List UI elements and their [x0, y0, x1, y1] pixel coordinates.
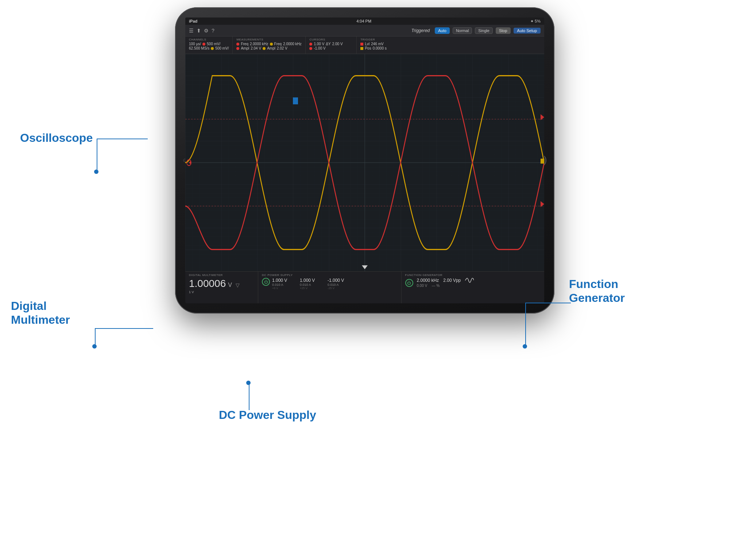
single-button[interactable]: Single — [475, 27, 493, 34]
dmm-unit: V — [228, 282, 232, 288]
fgen-duty: --- % — [431, 284, 440, 288]
oscilloscope-label: Oscilloscope — [20, 131, 93, 145]
ch1-dot — [202, 43, 205, 46]
dc-ch3: -1.000 V 0.010 A -25 V — [328, 278, 353, 290]
fgen-panel: FUNCTION GENERATOR ⏻ 2.0000 kHz 2.00 Vpp — [402, 272, 545, 303]
fgen-line-h — [525, 303, 571, 303]
channel-time-row: 100 µs/ 500 mV/ — [189, 42, 229, 46]
dmm-line-v — [95, 328, 96, 346]
oscilloscope-grid — [185, 54, 544, 271]
status-device-name: iPad — [189, 19, 197, 23]
auto-setup-button[interactable]: Auto Setup — [514, 28, 541, 34]
dc-ch1: 1.000 V 0.010 A +6 V — [272, 278, 298, 290]
oscilloscope-annotation: Oscilloscope — [20, 131, 93, 145]
dc-power-button[interactable]: ⏻ — [262, 278, 270, 286]
oscilloscope-toolbar: ☰ ⬆ ⚙ ? Triggered Auto Normal Single Sto… — [185, 25, 544, 36]
help-icon[interactable]: ? — [212, 28, 214, 34]
trigger-status: Triggered — [411, 28, 430, 33]
dmm-range: 1 V — [189, 290, 194, 294]
scope-display[interactable] — [185, 54, 544, 271]
share-icon[interactable]: ⬆ — [197, 28, 201, 34]
oscilloscope-line-v — [97, 139, 97, 171]
ch2-dot — [211, 47, 214, 50]
info-bar: CHANNELS 100 µs/ 500 mV/ 62.500 MS/s 500… — [185, 36, 544, 54]
cursors-section: CURSORS 1.00 V ΔY 2.00 V -1.00 V — [306, 36, 357, 54]
fgen-dot — [523, 344, 527, 349]
ipad-body: iPad 4:04 PM ✦ 5% ☰ ⬆ ⚙ ? Triggered Auto… — [175, 7, 554, 314]
fgen-offset: 0.00 V — [417, 284, 427, 288]
settings-icon[interactable]: ⚙ — [204, 28, 209, 34]
channels-label: CHANNELS — [189, 38, 229, 41]
dc-power-line-v — [249, 383, 249, 410]
fgen-ampl: 2.00 Vpp — [443, 278, 461, 283]
ipad-screen: iPad 4:04 PM ✦ 5% ☰ ⬆ ⚙ ? Triggered Auto… — [185, 18, 544, 303]
measurements-section: MEASUREMENTS Freq 2.0000 kHz Freq 2.0000… — [233, 36, 306, 54]
auto-button[interactable]: Auto — [435, 27, 450, 34]
ch2-position-marker[interactable] — [293, 97, 298, 104]
fgen-waveform-icon — [465, 278, 474, 283]
dc-power-annotation: DC Power Supply — [219, 408, 316, 422]
status-time: 4:04 PM — [356, 19, 371, 23]
oscilloscope-dot — [94, 170, 98, 174]
fgen-annotation: Function Generator — [569, 277, 625, 305]
status-battery: ✦ 5% — [530, 19, 541, 24]
dmm-line-h — [95, 328, 153, 329]
trigger-level-marker[interactable] — [541, 159, 544, 164]
fgen-line-v — [525, 303, 526, 346]
dmm-annotation: Digital Multimeter — [11, 299, 70, 327]
dmm-value: 1.00006 — [189, 278, 226, 289]
dc-ch2: 1.000 V 0.010 A +25 V — [300, 278, 325, 290]
fgen-freq: 2.0000 kHz — [417, 278, 439, 283]
menu-icon[interactable]: ☰ — [189, 28, 194, 34]
dmm-range-indicator: ▽ — [236, 282, 240, 288]
channels-section: CHANNELS 100 µs/ 500 mV/ 62.500 MS/s 500… — [185, 36, 233, 54]
fgen-power-button[interactable]: ⏻ — [405, 279, 413, 287]
normal-button[interactable]: Normal — [453, 27, 472, 34]
dmm-dot — [92, 344, 97, 349]
dmm-panel: DIGITAL MULTIMETER 1.00006 V ▽ 1 V — [185, 272, 258, 303]
dc-power-panel: DC POWER SUPPLY ⏻ 1.000 V 0.010 A +6 V 1… — [258, 272, 402, 303]
bottom-panels: DIGITAL MULTIMETER 1.00006 V ▽ 1 V DC PO… — [185, 271, 544, 303]
oscilloscope-line-h — [97, 139, 148, 139]
status-bar: iPad 4:04 PM ✦ 5% — [185, 18, 544, 25]
stop-button[interactable]: Stop — [496, 27, 511, 34]
trigger-section: TRIGGER Lvl 246 mV T Pos 0.0000 s — [357, 36, 544, 54]
dc-power-dot — [246, 381, 251, 385]
